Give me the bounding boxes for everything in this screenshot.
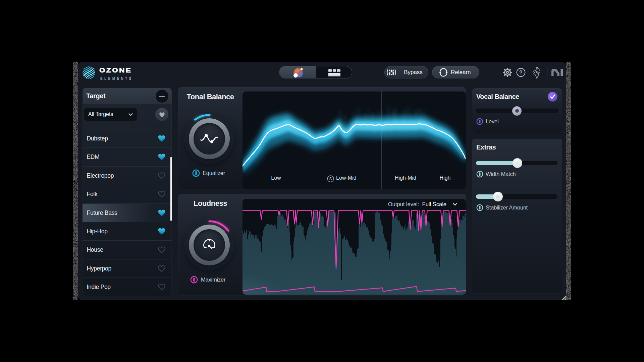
svg-text:?: ?	[519, 70, 523, 75]
svg-text:S: S	[329, 177, 332, 181]
